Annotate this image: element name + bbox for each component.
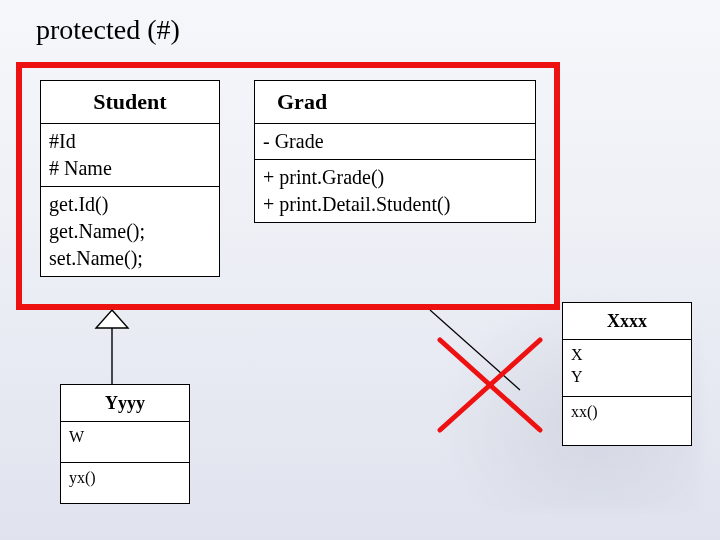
slide-title: protected (#) bbox=[36, 14, 180, 46]
association-grad-xxxx bbox=[430, 310, 520, 390]
class-ops-xxxx: xx() bbox=[563, 396, 691, 445]
red-cross-icon bbox=[440, 340, 540, 430]
svg-line-2 bbox=[430, 310, 520, 390]
slide-canvas: protected (#) Student #Id # Name get.Id(… bbox=[0, 0, 720, 540]
svg-line-4 bbox=[440, 340, 540, 430]
uml-class-student: Student #Id # Name get.Id() get.Name(); … bbox=[40, 80, 220, 277]
inheritance-arrow-student-yyyy bbox=[96, 310, 128, 384]
class-name-xxxx: Xxxx bbox=[563, 303, 691, 339]
svg-marker-0 bbox=[96, 310, 128, 328]
class-name-grad: Grad bbox=[255, 81, 535, 123]
class-ops-yyyy: yx() bbox=[61, 462, 189, 503]
class-name-yyyy: Yyyy bbox=[61, 385, 189, 421]
class-attrs-student: #Id # Name bbox=[41, 123, 219, 186]
uml-class-yyyy: Yyyy W yx() bbox=[60, 384, 190, 504]
class-attrs-xxxx: X Y bbox=[563, 339, 691, 396]
uml-class-xxxx: Xxxx X Y xx() bbox=[562, 302, 692, 446]
class-name-student: Student bbox=[41, 81, 219, 123]
class-attrs-grad: - Grade bbox=[255, 123, 535, 159]
uml-class-grad: Grad - Grade + print.Grade() + print.Det… bbox=[254, 80, 536, 223]
class-ops-grad: + print.Grade() + print.Detail.Student() bbox=[255, 159, 535, 222]
class-attrs-yyyy: W bbox=[61, 421, 189, 462]
class-ops-student: get.Id() get.Name(); set.Name(); bbox=[41, 186, 219, 276]
svg-line-3 bbox=[440, 340, 540, 430]
